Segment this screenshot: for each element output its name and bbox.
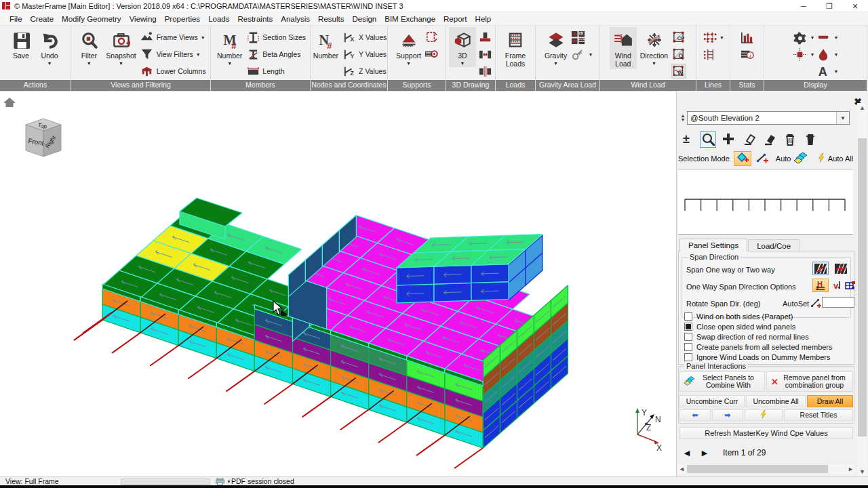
- erase-all-button[interactable]: [761, 131, 777, 148]
- home-icon[interactable]: [4, 98, 15, 107]
- ribbon-button-colbase1[interactable]: [477, 29, 492, 45]
- menu-design[interactable]: Design: [348, 12, 380, 26]
- minimize-button[interactable]: ─: [791, 0, 816, 12]
- auto-button[interactable]: [791, 151, 809, 166]
- delete-panel-button[interactable]: [781, 131, 797, 148]
- ribbon-button-droplet[interactable]: ▼: [816, 46, 839, 62]
- ribbon-button-rednode[interactable]: ▼: [793, 46, 815, 62]
- span-one-way-button[interactable]: 1: [812, 262, 829, 275]
- erase-panel-button[interactable]: [741, 131, 757, 148]
- ribbon-button-supp2[interactable]: [425, 46, 439, 62]
- panel-preview[interactable]: [678, 169, 853, 235]
- ribbon-button-x-values[interactable]: XX Values: [342, 29, 387, 45]
- ribbon-button-length[interactable]: Length: [245, 63, 306, 79]
- ribbon-button-number[interactable]: N#Number: [311, 27, 340, 61]
- span-two-way-button[interactable]: [833, 262, 849, 275]
- vscroll-thumb[interactable]: [858, 138, 867, 436]
- checkbox-box[interactable]: [684, 333, 692, 341]
- ribbon-button-filter[interactable]: Filter▼: [75, 27, 102, 67]
- ribbon-button-w[interactable]: W: [671, 63, 686, 79]
- view-cube[interactable]: Top Front Right: [26, 119, 61, 157]
- auto-all-button[interactable]: Auto All: [811, 151, 859, 166]
- ribbon-button-statinfo[interactable]: i: [740, 46, 755, 62]
- remove-panel-button[interactable]: ✕ Remove panel from combination group: [766, 371, 853, 392]
- uncombine-curr-button[interactable]: Uncombine Curr: [679, 395, 745, 407]
- vscroll-down-icon[interactable]: ▼: [857, 467, 867, 476]
- checkbox-box[interactable]: [684, 353, 692, 361]
- vscroll-up-icon[interactable]: ▲: [857, 103, 867, 113]
- checkbox-close-open-sided-wind-panels[interactable]: Close open sided wind panels: [684, 322, 795, 331]
- ribbon-button-number[interactable]: M#Number▼: [215, 27, 244, 67]
- ribbon-button-redminus[interactable]: ▼: [816, 29, 839, 45]
- menu-bim-exchange[interactable]: BIM Exchange: [380, 12, 439, 26]
- horizontal-span-button[interactable]: H: [812, 279, 829, 292]
- ribbon-button-section-sizes[interactable]: Section Sizes: [245, 29, 306, 45]
- model-canvas[interactable]: Top Front Right Y X Z N: [0, 91, 676, 476]
- ribbon-button-frame-views[interactable]: Frame Views▼: [140, 29, 206, 45]
- menu-create[interactable]: Create: [26, 12, 58, 26]
- ribbon-button-undo[interactable]: Undo▼: [36, 27, 63, 67]
- checkbox-box[interactable]: [684, 343, 692, 351]
- menu-properties[interactable]: Properties: [161, 12, 204, 26]
- menu-report[interactable]: Report: [439, 12, 471, 26]
- combo-dropdown-icon[interactable]: ▼: [836, 112, 849, 124]
- close-button[interactable]: ✕: [842, 0, 868, 12]
- ribbon-button-gear[interactable]: ▼: [793, 29, 815, 45]
- checkbox-wind-on-both-sides-parapet-[interactable]: Wind on both sides (Parapet): [684, 312, 793, 321]
- checkbox-ignore-wind-loads-on-dummy-members[interactable]: Ignore Wind Loads on Dummy Members: [684, 352, 830, 362]
- ribbon-button-statchart[interactable]: [740, 29, 755, 45]
- select-panels-combine-button[interactable]: Select Panels to Combine With: [679, 371, 765, 392]
- select-node-mode-button[interactable]: [734, 151, 751, 166]
- menu-analysis[interactable]: Analysis: [277, 12, 314, 26]
- draw-all-button[interactable]: Draw All: [807, 395, 853, 407]
- ribbon-button-linesgrid[interactable]: ▼: [702, 29, 724, 45]
- ribbon-button-beta-angles[interactable]: Beta Angles: [245, 46, 306, 62]
- ribbon-button-cp[interactable]: CP: [671, 29, 686, 45]
- hscroll-thumb[interactable]: [687, 465, 828, 473]
- ribbon-button-atext[interactable]: A▼: [816, 63, 839, 79]
- ribbon-button-colbase2[interactable]: [477, 46, 492, 62]
- item-next-button[interactable]: ▶: [697, 446, 712, 460]
- menu-results[interactable]: Results: [314, 12, 348, 26]
- add-panel-button[interactable]: [720, 131, 736, 148]
- checkbox-box[interactable]: [684, 323, 692, 331]
- select-line-mode-button[interactable]: [753, 151, 771, 166]
- elevation-combobox[interactable]: @South Elevation 2 ▼: [687, 111, 850, 125]
- menu-help[interactable]: Help: [471, 12, 496, 26]
- rotate-span-input[interactable]: [822, 297, 854, 308]
- grid-span-button[interactable]: [842, 279, 859, 292]
- ribbon-button-save[interactable]: Save: [7, 27, 35, 61]
- ribbon-button-view-filters[interactable]: View Filters▼: [140, 46, 206, 62]
- panel-vertical-scrollbar[interactable]: ▲ ▼: [857, 103, 867, 476]
- ribbon-button-wind-load[interactable]: WindLoad: [610, 27, 637, 69]
- ribbon-button-linesrack[interactable]: [702, 46, 724, 62]
- ribbon-button-supp1[interactable]: [425, 29, 439, 45]
- ribbon-button-direction[interactable]: Direction▼: [638, 27, 670, 67]
- hscroll-right-icon[interactable]: ►: [846, 464, 855, 474]
- checkbox-box[interactable]: [684, 312, 692, 321]
- zoom-select-button[interactable]: [700, 131, 716, 148]
- lightning-button[interactable]: [745, 409, 783, 421]
- checkbox-create-panels-from-all-selected-members[interactable]: Create panels from all selected members: [684, 342, 833, 352]
- ribbon-button-gravity[interactable]: Gravity▼: [542, 27, 570, 67]
- ribbon-button-3d[interactable]: 3D▼: [449, 27, 476, 67]
- ribbon-button-frame-loads[interactable]: FrameLoads: [502, 27, 529, 69]
- tab-panel-settings[interactable]: Panel Settings: [679, 239, 747, 251]
- prev-panel-button[interactable]: ⬅: [679, 409, 711, 421]
- combo-spinner[interactable]: ▲▼: [679, 111, 687, 125]
- ribbon-button-colbase3[interactable]: [477, 63, 492, 79]
- panel-horizontal-scrollbar[interactable]: ◄ ►: [677, 464, 855, 474]
- menu-viewing[interactable]: Viewing: [125, 12, 161, 26]
- menu-loads[interactable]: Loads: [204, 12, 233, 26]
- hscroll-left-icon[interactable]: ◄: [677, 464, 686, 474]
- ribbon-button-support[interactable]: Support▼: [394, 27, 423, 67]
- menu-modify-geometry[interactable]: Modify Geometry: [58, 12, 125, 26]
- delete-all-button[interactable]: [802, 131, 818, 148]
- refresh-masterkey-button[interactable]: Refresh MasterKey Wind Cpe Values: [679, 427, 853, 439]
- toggle-selection-button[interactable]: ±: [679, 131, 696, 148]
- ribbon-button-y-values[interactable]: YY Values: [342, 46, 387, 62]
- restore-button[interactable]: ❐: [816, 0, 842, 12]
- ribbon-button-gravkey[interactable]: ▼: [571, 46, 593, 62]
- menu-restraints[interactable]: Restraints: [233, 12, 277, 26]
- menu-file[interactable]: File: [5, 12, 26, 26]
